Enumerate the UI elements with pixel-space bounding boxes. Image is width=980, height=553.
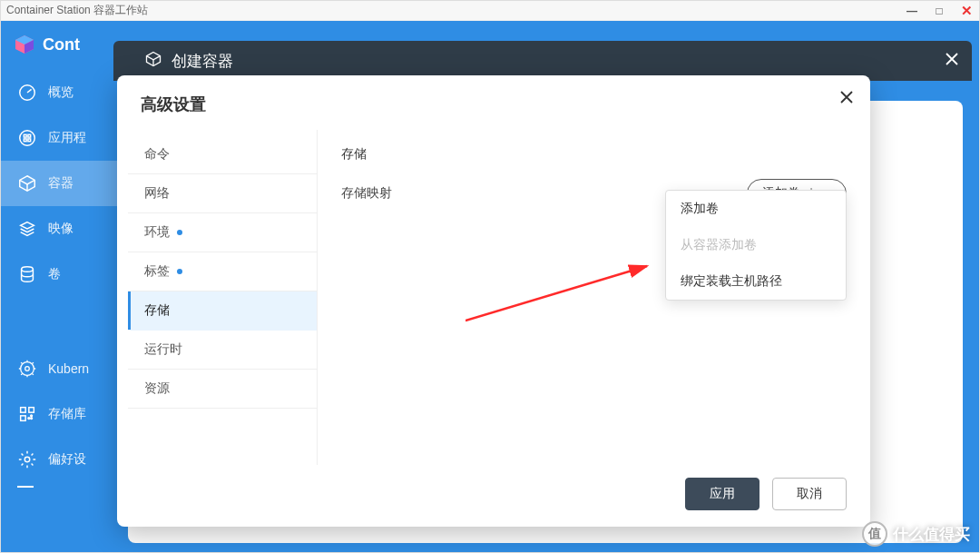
- settings-nav: 命令 网络 环境 标签 存储 运行时 资源: [117, 130, 317, 465]
- watermark-text: 什么值得买: [893, 524, 970, 545]
- close-button[interactable]: ✕: [959, 3, 974, 19]
- sidebar-item-more[interactable]: [1, 482, 121, 500]
- svg-rect-13: [29, 408, 34, 413]
- svg-point-16: [31, 415, 33, 417]
- more-line-icon: [17, 486, 34, 488]
- gear-icon: [17, 449, 37, 469]
- settings-nav-label: 运行时: [144, 341, 182, 356]
- app-body: Cont 概览 应用程 容器 映像: [1, 21, 979, 552]
- svg-point-4: [20, 131, 35, 146]
- svg-point-17: [28, 418, 30, 420]
- brand-logo-icon: [14, 34, 35, 55]
- database-icon: [17, 264, 37, 284]
- sidebar-item-label: Kubern: [48, 361, 89, 376]
- sidebar-item-volumes[interactable]: 卷: [1, 252, 121, 297]
- minimize-button[interactable]: —: [905, 5, 919, 17]
- modal-footer: 应用 取消: [117, 465, 870, 527]
- svg-rect-14: [21, 416, 26, 421]
- modal-close-icon[interactable]: [839, 90, 854, 109]
- sidebar-item-images[interactable]: 映像: [1, 206, 121, 252]
- svg-point-9: [22, 267, 34, 272]
- storage-section-heading: 存储: [341, 146, 847, 163]
- layers-icon: [17, 219, 37, 239]
- modal-body: 命令 网络 环境 标签 存储 运行时 资源 存储 存储映射 添加卷 |: [117, 123, 870, 465]
- sidebar-nav: 概览 应用程 容器 映像 卷: [1, 70, 121, 500]
- helm-icon: [17, 359, 37, 379]
- svg-rect-6: [28, 134, 31, 137]
- sidebar-item-label: 概览: [48, 84, 74, 101]
- settings-nav-label: 存储: [144, 302, 170, 317]
- svg-rect-8: [28, 139, 31, 142]
- settings-nav-label: 资源: [144, 380, 170, 395]
- svg-point-18: [24, 457, 30, 462]
- repos-icon: [17, 404, 37, 424]
- settings-nav-environment[interactable]: 环境: [128, 213, 317, 252]
- advanced-settings-modal: 高级设置 命令 网络 环境 标签 存储 运行时 资源 存储 存储映射: [117, 75, 870, 527]
- settings-nav-label: 网络: [144, 185, 170, 200]
- brand: Cont: [1, 26, 121, 70]
- subheader-title: 创建容器: [172, 51, 233, 72]
- storage-mapping-label: 存储映射: [341, 185, 392, 202]
- maximize-button[interactable]: □: [932, 5, 946, 17]
- settings-nav-label: 标签: [144, 263, 170, 278]
- settings-nav-command[interactable]: 命令: [128, 135, 317, 174]
- svg-point-10: [21, 362, 34, 376]
- sidebar-spacer: [1, 297, 121, 346]
- sidebar-item-label: 应用程: [48, 130, 86, 146]
- svg-rect-5: [24, 134, 26, 137]
- dropdown-item-label: 添加卷: [681, 201, 719, 215]
- sidebar-item-label: 卷: [48, 266, 61, 282]
- apply-button-label: 应用: [710, 486, 735, 500]
- sidebar: Cont 概览 应用程 容器 映像: [1, 21, 121, 552]
- sidebar-item-preferences[interactable]: 偏好设: [1, 437, 121, 482]
- modal-title: 高级设置: [117, 75, 870, 123]
- brand-name: Cont: [43, 35, 80, 54]
- dropdown-item-add-volume[interactable]: 添加卷: [666, 191, 846, 227]
- svg-rect-7: [24, 139, 26, 142]
- svg-point-15: [31, 418, 33, 420]
- dropdown-item-label: 从容器添加卷: [681, 237, 757, 252]
- sidebar-item-label: 偏好设: [48, 451, 86, 468]
- sidebar-item-label: 映像: [48, 221, 74, 237]
- sidebar-item-label: 容器: [48, 175, 74, 192]
- subheader-close-icon[interactable]: [945, 52, 959, 71]
- svg-rect-12: [21, 408, 26, 413]
- settings-content: 存储 存储映射 添加卷 | 添加卷 从容器添加卷 绑定装载主机路径: [317, 130, 870, 465]
- window-title: Container Station 容器工作站: [6, 3, 148, 18]
- watermark-chip: 值: [862, 521, 887, 547]
- dropdown-item-bind-host-path[interactable]: 绑定装载主机路径: [666, 263, 846, 300]
- dropdown-item-label: 绑定装载主机路径: [681, 273, 782, 288]
- settings-nav-runtime[interactable]: 运行时: [128, 331, 317, 370]
- cancel-button-label: 取消: [797, 486, 822, 500]
- sidebar-item-containers[interactable]: 容器: [1, 161, 121, 206]
- settings-nav-label: 命令: [144, 146, 170, 161]
- app-window: Container Station 容器工作站 — □ ✕ Cont 概览: [0, 0, 980, 553]
- gauge-icon: [17, 83, 37, 103]
- settings-nav-resources[interactable]: 资源: [128, 370, 317, 409]
- dropdown-item-add-from-container: 从容器添加卷: [666, 227, 846, 263]
- cube-icon: [17, 173, 37, 193]
- sidebar-item-kubernetes[interactable]: Kubern: [1, 346, 121, 391]
- settings-nav-labels[interactable]: 标签: [128, 252, 317, 291]
- sidebar-item-repos[interactable]: 存储库: [1, 391, 121, 437]
- watermark: 值 什么值得买: [862, 521, 970, 547]
- svg-point-11: [25, 367, 30, 371]
- add-volume-dropdown: 添加卷 从容器添加卷 绑定装载主机路径: [665, 190, 847, 301]
- sidebar-item-apps[interactable]: 应用程: [1, 115, 121, 161]
- window-controls: — □ ✕: [905, 3, 974, 19]
- settings-nav-label: 环境: [144, 224, 170, 239]
- settings-nav-storage[interactable]: 存储: [128, 291, 317, 331]
- grid-icon: [17, 128, 37, 148]
- titlebar: Container Station 容器工作站 — □ ✕: [1, 1, 979, 21]
- changed-dot-icon: [177, 269, 182, 274]
- apply-button[interactable]: 应用: [685, 478, 760, 510]
- cube-outline-icon: [144, 50, 162, 73]
- changed-dot-icon: [177, 230, 182, 235]
- sidebar-item-overview[interactable]: 概览: [1, 70, 121, 115]
- cancel-button[interactable]: 取消: [772, 478, 847, 510]
- settings-nav-network[interactable]: 网络: [128, 174, 317, 213]
- sidebar-item-label: 存储库: [48, 406, 86, 422]
